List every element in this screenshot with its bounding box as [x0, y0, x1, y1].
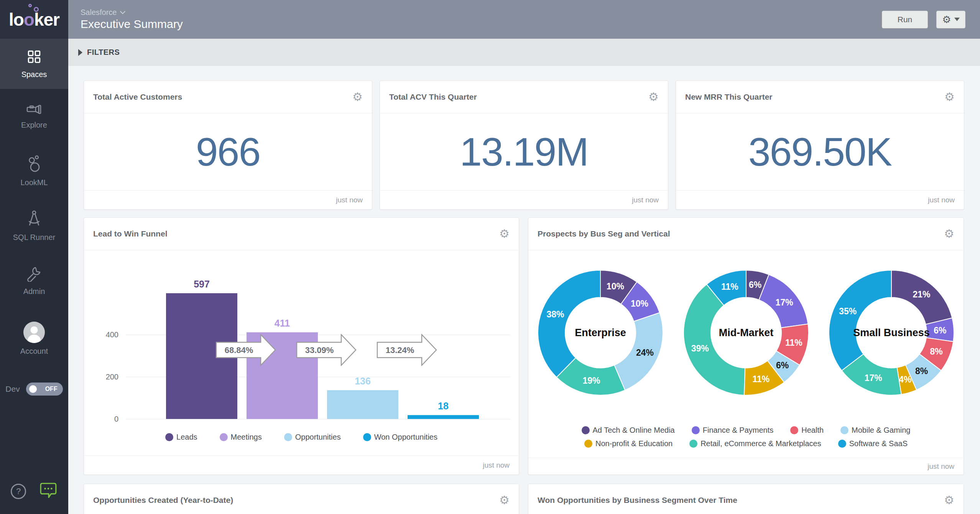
donut-center-label: Small Business: [853, 327, 930, 338]
top-header: Salesforce Executive Summary Run ⚙: [68, 0, 980, 39]
funnel-chart: 02004005974111361868.84%33.09%13.24%: [93, 254, 510, 427]
sidebar-item-label: SQL Runner: [13, 233, 55, 242]
compass-icon: [26, 210, 42, 229]
help-icon[interactable]: ?: [11, 484, 26, 499]
legend-swatch: [220, 433, 228, 441]
donut-chart-small-business: 21%6%8%8%4%17%35%Small Business: [828, 269, 955, 396]
donut-center-label: Enterprise: [575, 327, 626, 338]
kpi-row: Total Active Customers ⚙ 966 just now To…: [84, 80, 965, 210]
dev-label: Dev: [5, 384, 20, 394]
funnel-bar-won-opportunities[interactable]: [408, 415, 479, 419]
gear-icon[interactable]: ⚙: [499, 494, 510, 506]
slice-percent-label: 17%: [865, 373, 882, 383]
slice-percent-label: 8%: [915, 366, 928, 376]
slice-percent-label: 11%: [752, 374, 770, 384]
sidebar-item-admin[interactable]: Admin: [0, 253, 68, 308]
kpi-value: 13.19M: [460, 129, 588, 175]
gear-icon[interactable]: ⚙: [648, 91, 659, 103]
sidebar-item-label: LookML: [20, 178, 48, 187]
legend-item: Software & SaaS: [838, 439, 908, 448]
kpi-value: 369.50K: [748, 129, 891, 175]
legend-swatch: [692, 426, 700, 434]
legend-item: Won Opportunities: [363, 433, 437, 442]
slice-percent-label: 6%: [776, 360, 788, 370]
funnel-bar-opportunities[interactable]: [327, 390, 398, 419]
legend-swatch: [363, 433, 371, 441]
slice-percent-label: 10%: [631, 299, 648, 309]
donut-slice[interactable]: [829, 270, 891, 371]
legend-swatch: [790, 426, 798, 434]
legend-swatch: [582, 426, 590, 434]
dev-toggle[interactable]: OFF: [26, 383, 63, 396]
gear-icon[interactable]: ⚙: [944, 91, 955, 103]
sidebar-item-spaces[interactable]: Spaces: [0, 39, 68, 89]
sidebar-item-lookml[interactable]: LookML: [0, 144, 68, 199]
filters-bar[interactable]: FILTERS: [68, 39, 980, 66]
won-opportunities-tile: Won Opportunities by Business Segment Ov…: [528, 484, 964, 514]
gridline: [126, 419, 510, 419]
funnel-tile: Lead to Win Funnel ⚙ 0200400597411136186…: [84, 217, 519, 475]
tile-title: New MRR This Quarter: [685, 92, 773, 102]
slice-percent-label: 39%: [691, 343, 709, 353]
dashboard-settings-button[interactable]: ⚙: [936, 11, 965, 28]
conversion-arrow: 33.09%: [296, 334, 357, 366]
caret-down-icon: [954, 18, 960, 21]
bar-value-label: 136: [327, 376, 398, 387]
wrench-icon: [26, 266, 42, 283]
run-button[interactable]: Run: [882, 11, 928, 28]
opportunities-created-tile: Opportunities Created (Year-to-Date) ⚙: [84, 484, 519, 514]
legend-swatch: [689, 440, 697, 448]
gear-icon[interactable]: ⚙: [944, 494, 954, 506]
donut-chart-enterprise: 10%10%24%19%38%Enterprise: [537, 269, 664, 396]
donut-slice[interactable]: [538, 270, 600, 377]
toggle-knob: [29, 385, 37, 393]
breadcrumb[interactable]: Salesforce: [81, 8, 183, 17]
updated-timestamp: just now: [336, 196, 363, 204]
sidebar-footer: ?: [0, 482, 68, 514]
legend-swatch: [840, 426, 848, 434]
avatar: [23, 322, 45, 343]
gear-icon: ⚙: [942, 15, 951, 25]
donut-charts: 10%10%24%19%38%Enterprise6%17%11%6%11%39…: [537, 269, 955, 396]
conversion-arrow: 13.24%: [377, 334, 437, 366]
dev-mode-row: Dev OFF: [0, 383, 68, 396]
filters-label: FILTERS: [87, 48, 120, 57]
gear-icon[interactable]: ⚙: [352, 91, 363, 103]
looker-logo[interactable]: looker: [0, 0, 68, 39]
svg-text:33.09%: 33.09%: [305, 345, 334, 355]
legend-item: Mobile & Gaming: [840, 426, 910, 435]
slice-percent-label: 10%: [607, 281, 624, 291]
gear-icon[interactable]: ⚙: [944, 228, 954, 240]
page-title: Executive Summary: [81, 18, 183, 31]
slice-percent-label: 19%: [582, 376, 600, 386]
updated-timestamp: just now: [483, 461, 510, 470]
sidebar-item-explore[interactable]: Explore: [0, 89, 68, 144]
slice-percent-label: 8%: [930, 346, 943, 356]
donut-slice[interactable]: [684, 284, 745, 395]
sidebar-item-label: Spaces: [21, 70, 47, 79]
gear-icon[interactable]: ⚙: [499, 228, 510, 240]
kpi-tile-total-active-customers: Total Active Customers ⚙ 966 just now: [84, 80, 372, 210]
legend-swatch: [284, 433, 292, 441]
tile-title: Opportunities Created (Year-to-Date): [93, 496, 233, 505]
legend-item: Opportunities: [284, 433, 341, 442]
bar-value-label: 411: [247, 318, 318, 329]
sidebar-item-sql-runner[interactable]: SQL Runner: [0, 199, 68, 253]
bar-value-label: 597: [166, 279, 237, 290]
legend-item: Non-profit & Education: [584, 439, 673, 448]
sidebar: looker Spaces Explore: [0, 0, 68, 514]
conversion-arrow: 68.84%: [215, 334, 276, 366]
dashboard: Total Active Customers ⚙ 966 just now To…: [68, 66, 980, 514]
slice-percent-label: 11%: [785, 338, 802, 348]
sidebar-item-account[interactable]: Account: [0, 308, 68, 369]
tile-title: Total ACV This Quarter: [389, 92, 477, 102]
breadcrumb-label: Salesforce: [81, 8, 117, 17]
tile-title: Won Opportunities by Business Segment Ov…: [538, 496, 737, 505]
legend-item: Ad Tech & Online Media: [582, 426, 675, 435]
bar-value-label: 18: [408, 401, 479, 412]
legend-item: Retail, eCommerce & Marketplaces: [689, 439, 821, 448]
kpi-value: 966: [196, 129, 260, 175]
tile-title: Lead to Win Funnel: [93, 229, 167, 238]
y-axis-tick: 200: [93, 373, 118, 381]
chat-icon[interactable]: [39, 482, 58, 501]
